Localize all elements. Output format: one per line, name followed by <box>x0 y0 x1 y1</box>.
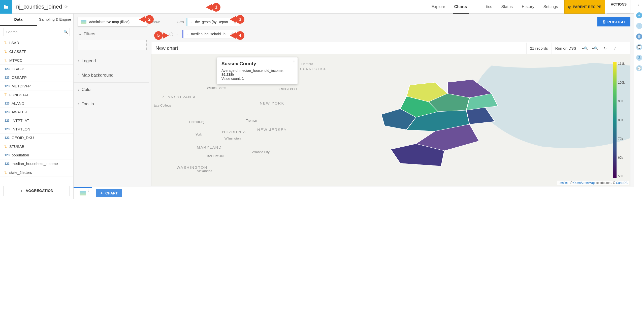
column-name: CLASSFP <box>9 49 26 54</box>
sidebar-tab-data[interactable]: Data <box>0 14 37 26</box>
column-name: MTFCC <box>9 58 23 62</box>
parent-recipe-label: PARENT RECIPE <box>573 5 601 9</box>
chevron-down-icon[interactable]: ⌄ <box>176 32 179 36</box>
legend-tick: 111k <box>618 62 625 65</box>
column-item[interactable]: TCLASSFP <box>0 47 73 56</box>
map-type-icon <box>81 20 86 24</box>
column-list[interactable]: TLSADTCLASSFPTMTFCC123CSAFP123CBSAFP123M… <box>0 38 73 183</box>
trash-icon[interactable]: 🗑 <box>231 32 235 36</box>
filter-drop-zone[interactable] <box>78 40 147 50</box>
column-item[interactable]: 123median_household_income <box>0 159 73 168</box>
column-item[interactable]: 123GEOID_DKU <box>0 133 73 142</box>
tab-settings[interactable]: Settings <box>539 0 563 14</box>
comment-icon[interactable]: 💬 <box>636 44 642 50</box>
legend-tick: 100k <box>618 81 625 84</box>
target-icon: ◎ <box>568 5 571 9</box>
aggregation-button[interactable]: ＋ AGGREGATION <box>4 186 70 196</box>
zoom-in-icon[interactable]: +🔍 <box>590 43 600 54</box>
zoom-out-icon[interactable]: −🔍 <box>580 43 590 54</box>
refresh-icon[interactable]: ⟳ <box>65 5 68 9</box>
legend-tick: 60k <box>618 156 625 159</box>
palette-icon[interactable]: ◯ <box>169 32 173 36</box>
section-map-background[interactable]: ›Map background <box>78 69 147 80</box>
chart-type-selector[interactable]: Administrative map (filled) <box>78 17 147 27</box>
actions-button[interactable]: ACTIONS <box>607 0 630 14</box>
column-item[interactable]: Tstate_2letters <box>0 168 73 177</box>
geo-column-chip[interactable]: ⌄ the_geom (by Depart… 🗑 <box>186 18 240 26</box>
more-icon[interactable]: ⋮ <box>620 43 630 54</box>
column-item[interactable]: 123INTPTLAT <box>0 116 73 125</box>
map-area[interactable]: PENNSYLVANIA MARYLAND WASHINGTON, NEW JE… <box>151 54 630 186</box>
osm-link[interactable]: OpenStreetMap <box>573 181 595 185</box>
tab-analytics[interactable]: tics <box>472 0 497 14</box>
clock-icon[interactable]: 🕘 <box>636 65 642 71</box>
sidebar-tab-sampling[interactable]: Sampling & Engine <box>37 14 74 26</box>
column-name: INTPTLAT <box>12 118 29 123</box>
value-column-chip[interactable]: ⌄ median_household_in… 🗑 <box>182 30 237 38</box>
column-item[interactable]: TLSAD <box>0 38 73 47</box>
number-type-icon: 123 <box>5 67 10 71</box>
run-on-selector[interactable]: Run on DSS <box>552 43 580 54</box>
fullscreen-icon[interactable]: ⤢ <box>610 43 620 54</box>
column-item[interactable]: 123METDIVFP <box>0 82 73 90</box>
info-icon[interactable]: i <box>636 23 642 29</box>
carto-link[interactable]: CartoDB <box>616 181 628 185</box>
lab-icon[interactable]: ⚗ <box>636 55 642 61</box>
text-type-icon: T <box>5 92 7 97</box>
section-color[interactable]: ›Color <box>78 84 147 95</box>
tab-status[interactable]: Status <box>497 0 517 14</box>
number-type-icon: 123 <box>5 153 10 157</box>
publish-button[interactable]: ⎘ PUBLISH <box>597 17 630 26</box>
section-legend[interactable]: ›Legend <box>78 55 147 66</box>
section-tooltip[interactable]: ›Tooltip <box>78 98 147 109</box>
number-type-icon: 123 <box>5 119 10 122</box>
chart-thumbnail[interactable]: ⋮ <box>74 187 92 199</box>
chart-title[interactable]: New chart <box>151 42 182 54</box>
value-column-name: median_household_in… <box>191 32 229 36</box>
column-item[interactable]: TFUNCSTAT <box>0 90 73 99</box>
add-icon[interactable]: ＋ <box>636 12 642 18</box>
geo-label: Geo <box>177 20 184 24</box>
column-item[interactable]: 123CSAFP <box>0 65 73 73</box>
project-folder-button[interactable] <box>0 0 12 14</box>
leaflet-link[interactable]: Leaflet <box>559 181 568 185</box>
number-type-icon: 123 <box>5 162 10 165</box>
list-icon[interactable]: ☰ <box>636 33 642 40</box>
column-item[interactable]: 123INTPTLON <box>0 125 73 133</box>
column-name: state_2letters <box>9 170 32 175</box>
back-icon[interactable]: ← <box>637 3 641 8</box>
tab-charts[interactable]: Charts <box>450 0 472 14</box>
chevron-down-icon: ⌄ <box>190 20 193 24</box>
refresh-chart-icon[interactable]: ↻ <box>600 43 610 54</box>
column-item[interactable]: 123population <box>0 151 73 159</box>
aggregation-label: AGGREGATION <box>26 189 53 193</box>
close-icon[interactable]: × <box>293 59 295 63</box>
chevron-down-icon: ⌄ <box>186 32 189 36</box>
column-name: CSAFP <box>12 67 24 71</box>
column-item[interactable]: TSTUSAB <box>0 142 73 151</box>
section-filters[interactable]: ⌄Filters <box>78 28 147 39</box>
tab-explore[interactable]: Explore <box>427 0 450 14</box>
add-chart-button[interactable]: ＋ CHART <box>96 189 122 197</box>
number-type-icon: 123 <box>5 76 10 79</box>
tab-history[interactable]: History <box>517 0 539 14</box>
column-item[interactable]: TMTFCC <box>0 56 73 65</box>
trash-icon[interactable]: 🗑 <box>234 20 237 24</box>
legend-tick: 90k <box>618 99 625 103</box>
section-label: Filters <box>84 31 95 37</box>
number-type-icon: 123 <box>5 84 10 88</box>
tooltip-metric: Average of median_household_income: 89.2… <box>221 69 293 77</box>
divider <box>74 68 149 68</box>
left-sidebar: Data Sampling & Engine 🔍 TLSADTCLASSFPTM… <box>0 14 74 199</box>
map-thumb-icon <box>80 191 86 195</box>
column-item[interactable]: 123ALAND <box>0 99 73 108</box>
chevron-right-icon: › <box>78 102 80 107</box>
column-item[interactable]: 123AWATER <box>0 108 73 116</box>
section-label: Map background <box>82 73 114 78</box>
chart-type-label: Administrative map (filled) <box>89 20 130 24</box>
column-item[interactable]: 123CBSAFP <box>0 73 73 82</box>
plus-icon: ＋ <box>20 189 24 193</box>
parent-recipe-button[interactable]: ◎ PARENT RECIPE <box>564 0 605 14</box>
more-icon[interactable]: ⋮ <box>87 188 90 192</box>
column-search-input[interactable] <box>4 28 70 36</box>
